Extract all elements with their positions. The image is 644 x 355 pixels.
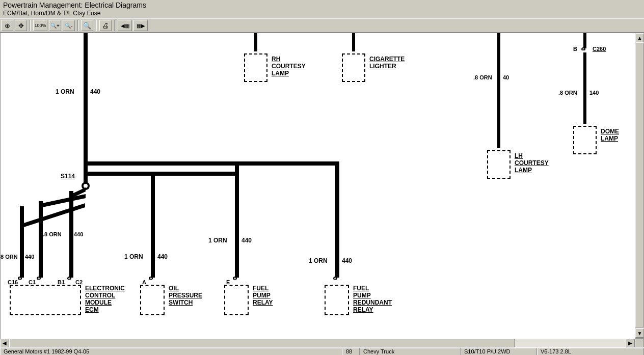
wire-cigarette [352, 33, 355, 51]
label-cigarette: CIGARETTE LIGHTER [369, 56, 405, 70]
wire-circuit: 440 [242, 237, 252, 244]
label-dome: DOME LAMP [601, 128, 619, 142]
wire-circuit: 440 [74, 231, 83, 238]
status-bar: General Motors #1 1982-99 Q4-05 88 Chevy… [0, 347, 644, 355]
wire-c1 [39, 201, 43, 278]
zoom-area-in-button[interactable]: 🔍+ [49, 20, 61, 31]
wire-oil [151, 176, 155, 278]
title-bar: Powertrain Management: Electrical Diagra… [0, 0, 644, 18]
prev-page-button[interactable]: ◀▦ [118, 20, 132, 31]
connector-c1 [37, 277, 41, 280]
component-rh-courtesy [244, 53, 267, 82]
component-fuel-redundant [325, 285, 349, 315]
connector-oil [149, 277, 153, 280]
wire-label: 1 ORN [124, 253, 143, 260]
component-fuel-relay [224, 285, 249, 315]
splice-label: S114 [61, 173, 75, 180]
connector-fuel-redundant [333, 277, 337, 280]
separator [96, 20, 97, 31]
connector-c16 [18, 277, 22, 280]
zoom-100-button[interactable]: 100% [33, 20, 47, 31]
wire-dome [583, 52, 586, 124]
wire-c16-diag [20, 203, 85, 229]
wire-circuit: 40 [503, 74, 509, 81]
scroll-left-icon[interactable]: ◀ [0, 339, 9, 347]
toolbar: ⊕ ✥ 100% 🔍+ 🔍- 🔍 🖨 ◀▦ ▦▶ [0, 18, 644, 33]
connector-c2 [67, 277, 71, 280]
status-catalog: General Motors #1 1982-99 Q4-05 [0, 348, 342, 355]
component-dome [573, 126, 597, 154]
zoom-area-out-button[interactable]: 🔍- [63, 20, 75, 31]
wire-circuit: 440 [90, 88, 100, 95]
label-ecm: ELECTRONIC CONTROL MODULE ECM [85, 285, 125, 313]
label-rh-courtesy: RH COURTESY LAMP [272, 56, 306, 77]
wire-label: .8 ORN [43, 231, 62, 238]
print-button[interactable]: 🖨 [99, 20, 112, 31]
separator [77, 20, 78, 31]
next-page-button[interactable]: ▦▶ [133, 20, 148, 31]
pan-button[interactable]: ✥ [15, 20, 27, 31]
wire-c16 [20, 206, 24, 278]
connector-c260 [581, 47, 585, 50]
wire-label: 1 ORN [309, 257, 328, 264]
component-ecm [10, 285, 81, 315]
wire-circuit: 440 [157, 253, 168, 260]
zoom-reset-button[interactable]: 🔍 [81, 20, 93, 31]
page-title: Powertrain Management: Electrical Diagra… [3, 1, 641, 9]
scroll-thumb[interactable] [635, 42, 644, 327]
wire-label: 1 ORN [208, 237, 227, 244]
component-cigarette [342, 53, 365, 82]
wire-rh-courtesy [254, 33, 257, 51]
scroll-down-icon[interactable]: ▼ [635, 329, 644, 338]
status-year: 88 [342, 348, 360, 355]
status-make: Chevy Truck [360, 348, 461, 355]
wire-circuit: 140 [589, 89, 599, 96]
separator [30, 20, 31, 31]
component-oil [140, 285, 165, 315]
wire-dome-top [583, 33, 586, 48]
wire-label: .8 ORN [473, 74, 492, 81]
wire-c2 [69, 191, 73, 278]
wire-fuel-redundant [335, 166, 339, 278]
diagram-viewport[interactable]: 1 ORN 440 S114 .8 ORN 440 .8 ORN 440 1 O… [0, 33, 644, 338]
wire-circuit: 440 [342, 257, 352, 264]
vertical-scrollbar[interactable]: ▲ ▼ [635, 33, 644, 338]
wire-fuel-relay [235, 166, 239, 278]
diagram-canvas[interactable]: 1 ORN 440 S114 .8 ORN 440 .8 ORN 440 1 O… [1, 33, 635, 339]
pin-label: B [573, 45, 577, 52]
label-fuel-relay: FUEL PUMP RELAY [253, 285, 273, 306]
wire-label: .8 ORN [1, 253, 18, 260]
wire-label: 1 ORN [56, 88, 74, 95]
wire-bus-top [86, 161, 339, 166]
scroll-track[interactable] [9, 339, 626, 347]
status-model: S10/T10 P/U 2WD [461, 348, 537, 355]
scroll-corner [635, 339, 644, 347]
status-engine: V6-173 2.8L [537, 348, 644, 355]
separator [114, 20, 115, 31]
label-fuel-redundant: FUEL PUMP REDUNDANT RELAY [353, 285, 392, 313]
connector-label: C260 [593, 45, 606, 52]
horizontal-scrollbar[interactable]: ◀ ▶ [0, 338, 644, 347]
wire-lh-courtesy [497, 33, 500, 148]
scroll-thumb[interactable] [9, 339, 515, 347]
connector-fuel-relay [233, 277, 237, 280]
scroll-right-icon[interactable]: ▶ [626, 339, 635, 347]
zoom-in-button[interactable]: ⊕ [1, 20, 13, 31]
wire-bus-mid [86, 172, 238, 176]
wire-label: .8 ORN [558, 89, 577, 96]
label-lh-courtesy: LH COURTESY LAMP [515, 152, 549, 174]
page-subtitle: ECM/Bat, Horn/DM & T/L Ctsy Fuse [3, 10, 641, 17]
label-oil: OIL PRESSURE SWITCH [169, 285, 202, 306]
scroll-up-icon[interactable]: ▲ [635, 33, 644, 42]
wire-circuit: 440 [25, 253, 34, 260]
component-lh-courtesy [487, 150, 511, 179]
